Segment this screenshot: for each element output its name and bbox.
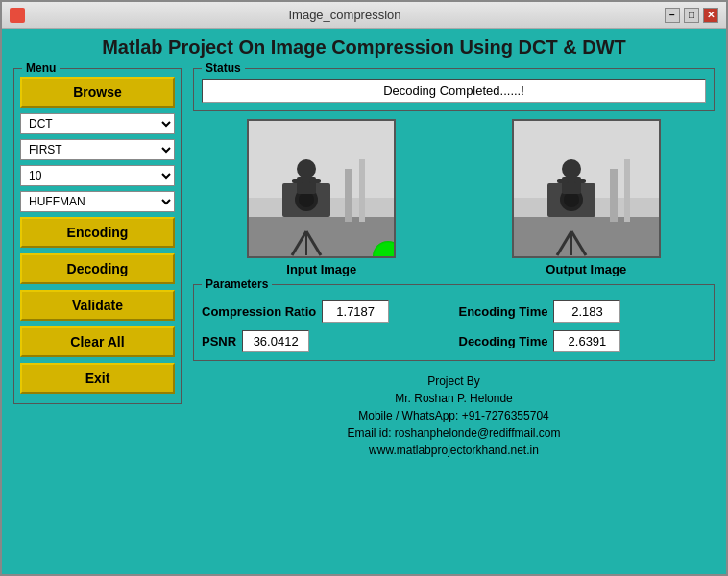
maximize-button[interactable]: □: [684, 8, 699, 23]
clear-all-button[interactable]: Clear All: [20, 326, 175, 357]
output-image-container: Output Image: [512, 119, 661, 276]
encoding-time-value: [553, 300, 620, 323]
decoding-button[interactable]: Decoding: [20, 253, 175, 284]
footer: Project By Mr. Roshan P. Helonde Mobile …: [193, 372, 715, 459]
encoding-time-label: Encoding Time: [459, 304, 548, 319]
window-title: Image_compression: [25, 8, 665, 22]
menu-group: Menu Browse DCT DWT FIRST SECOND: [13, 68, 182, 404]
svg-rect-4: [359, 159, 365, 222]
footer-line1: Project By: [193, 372, 715, 390]
output-image-label: Output Image: [546, 262, 626, 276]
dropdown1-row: DCT DWT: [20, 113, 175, 134]
app-icon: [10, 8, 25, 23]
decoding-time-row: Decoding Time: [459, 330, 707, 352]
exit-button[interactable]: Exit: [20, 363, 175, 394]
psnr-value: [242, 330, 309, 352]
params-grid: Compression Ratio Encoding Time PSNR: [202, 300, 706, 352]
input-image-label: Input Image: [286, 262, 356, 276]
first-second-select[interactable]: FIRST SECOND: [20, 139, 175, 160]
left-panel: Menu Browse DCT DWT FIRST SECOND: [13, 68, 182, 566]
svg-point-26: [562, 159, 581, 179]
psnr-row: PSNR: [202, 330, 449, 352]
svg-point-11: [297, 159, 316, 179]
footer-line5: www.matlabprojectorkhand.net.in: [193, 442, 715, 459]
body-area: Menu Browse DCT DWT FIRST SECOND: [13, 68, 715, 566]
status-field: [202, 79, 706, 103]
decoding-time-value: [553, 330, 620, 352]
svg-point-10: [299, 192, 314, 207]
encoding-button[interactable]: Encoding: [20, 217, 175, 248]
right-panel: Status: [193, 68, 715, 566]
dropdown3-row: 10 20 30: [20, 165, 175, 186]
svg-rect-18: [610, 169, 618, 222]
main-window: Image_compression − □ ✕ Matlab Project O…: [0, 0, 728, 576]
status-label: Status: [202, 61, 245, 75]
svg-rect-14: [309, 179, 321, 183]
footer-line3: Mobile / WhatsApp: +91-7276355704: [193, 407, 715, 424]
huffman-select[interactable]: HUFFMAN NONE: [20, 191, 175, 212]
quality-select[interactable]: 10 20 30: [20, 165, 175, 186]
parameters-label: Parameters: [202, 277, 272, 291]
validate-button[interactable]: Validate: [20, 290, 175, 321]
footer-line4: Email id: roshanphelonde@rediffmail.com: [193, 424, 715, 442]
app-title: Matlab Project On Image Compression Usin…: [13, 36, 715, 59]
input-image-svg: [249, 121, 396, 258]
output-image-box: [512, 119, 661, 258]
decoding-time-label: Decoding Time: [459, 334, 548, 348]
encoding-time-row: Encoding Time: [459, 300, 707, 323]
window-controls: − □ ✕: [665, 8, 718, 23]
psnr-label: PSNR: [202, 334, 236, 348]
dropdown2-row: FIRST SECOND: [20, 139, 175, 160]
input-image-container: Input Image: [247, 119, 396, 276]
minimize-button[interactable]: −: [665, 8, 680, 23]
svg-point-25: [564, 192, 579, 207]
status-group: Status: [193, 68, 715, 111]
svg-rect-3: [345, 169, 352, 222]
close-button[interactable]: ✕: [703, 8, 718, 23]
main-content: Matlab Project On Image Compression Usin…: [2, 29, 726, 574]
browse-button[interactable]: Browse: [20, 77, 175, 108]
dct-dwt-select[interactable]: DCT DWT: [20, 113, 175, 134]
svg-rect-28: [557, 179, 569, 183]
svg-rect-13: [292, 179, 303, 183]
menu-label: Menu: [22, 61, 60, 75]
compression-ratio-label: Compression Ratio: [202, 304, 316, 319]
output-image-svg: [514, 121, 661, 258]
footer-line2: Mr. Roshan P. Helonde: [193, 390, 715, 407]
compression-ratio-value: [322, 300, 389, 323]
dropdown4-row: HUFFMAN NONE: [20, 191, 175, 212]
compression-ratio-row: Compression Ratio: [202, 300, 449, 323]
title-bar: Image_compression − □ ✕: [2, 2, 726, 29]
input-image-box: [247, 119, 396, 258]
parameters-group: Parameters Compression Ratio Encoding Ti…: [193, 284, 715, 361]
svg-rect-19: [624, 159, 630, 222]
images-area: Input Image: [193, 119, 715, 276]
svg-rect-17: [514, 217, 661, 258]
svg-rect-29: [574, 179, 586, 183]
